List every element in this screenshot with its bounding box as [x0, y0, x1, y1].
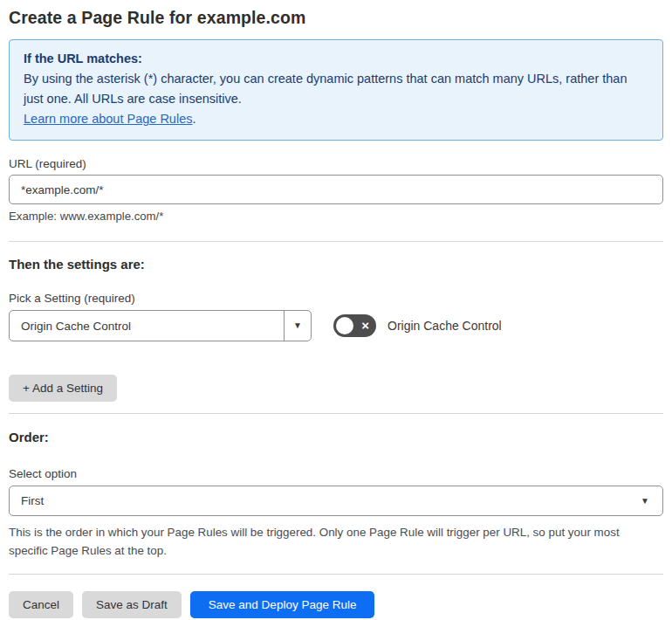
- order-select[interactable]: First ▼: [9, 486, 663, 516]
- setting-toggle-label: Origin Cache Control: [387, 319, 502, 333]
- url-example-text: Example: www.example.com/*: [9, 210, 663, 223]
- setting-row: Origin Cache Control ▼ × Origin Cache Co…: [9, 310, 663, 341]
- toggle-knob: [336, 317, 353, 334]
- info-box-link-line: Learn more about Page Rules.: [24, 109, 648, 129]
- info-box-body: By using the asterisk (*) character, you…: [24, 69, 648, 109]
- cancel-button[interactable]: Cancel: [9, 591, 73, 618]
- link-suffix: .: [192, 112, 195, 126]
- order-select-value: First: [10, 486, 627, 515]
- chevron-down-icon: ▼: [641, 497, 649, 506]
- section-divider: [9, 413, 663, 414]
- info-box-heading: If the URL matches:: [24, 49, 648, 69]
- setting-select-arrow-button[interactable]: ▼: [284, 311, 311, 341]
- add-setting-button[interactable]: + Add a Setting: [9, 375, 117, 402]
- settings-section-heading: Then the settings are:: [9, 257, 663, 272]
- url-input[interactable]: [9, 175, 663, 204]
- order-select-label: Select option: [9, 467, 663, 480]
- learn-more-link[interactable]: Learn more about Page Rules: [24, 112, 192, 126]
- save-and-deploy-button[interactable]: Save and Deploy Page Rule: [190, 591, 375, 618]
- toggle-off-x-icon: ×: [361, 319, 369, 332]
- origin-cache-control-toggle[interactable]: ×: [333, 314, 376, 337]
- pick-setting-label: Pick a Setting (required): [9, 292, 663, 305]
- footer-actions: Cancel Save as Draft Save and Deploy Pag…: [9, 591, 663, 618]
- setting-select-value: Origin Cache Control: [10, 311, 284, 341]
- page-title: Create a Page Rule for example.com: [9, 8, 663, 28]
- setting-select[interactable]: Origin Cache Control ▼: [9, 310, 312, 341]
- order-section-heading: Order:: [9, 430, 663, 444]
- create-page-rule-form: Create a Page Rule for example.com If th…: [0, 0, 672, 620]
- order-help-text: This is the order in which your Page Rul…: [9, 523, 659, 560]
- save-as-draft-button[interactable]: Save as Draft: [82, 591, 182, 618]
- url-match-info-box: If the URL matches: By using the asteris…: [9, 39, 663, 141]
- order-select-caret-cell: ▼: [627, 486, 662, 515]
- url-field-label: URL (required): [9, 157, 663, 170]
- section-divider: [9, 574, 663, 575]
- section-divider: [9, 241, 663, 242]
- chevron-down-icon: ▼: [293, 321, 302, 330]
